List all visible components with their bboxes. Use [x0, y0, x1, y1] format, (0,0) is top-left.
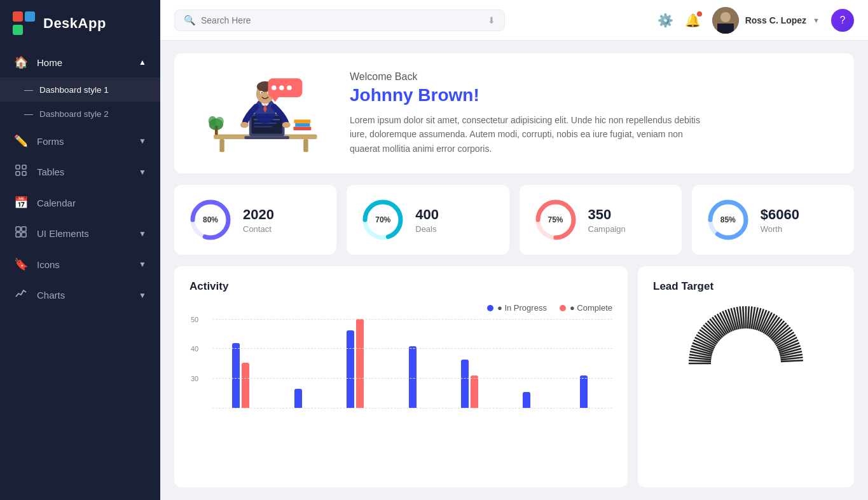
svg-rect-25 [293, 126, 311, 130]
stat-value: 400 [415, 206, 439, 223]
svg-rect-13 [219, 139, 224, 152]
sidebar-item-icons[interactable]: 🔖 Icons ▼ [0, 249, 160, 280]
sidebar-item-tables[interactable]: Tables ▼ [0, 156, 160, 187]
circular-progress-deals: 70% [361, 198, 405, 242]
notification-icon[interactable]: 🔔 [685, 13, 701, 28]
svg-rect-3 [22, 172, 26, 175]
dash-icon: — [24, 109, 33, 119]
welcome-sub: Welcome Back [350, 71, 831, 83]
chevron-down-icon: ▼ [139, 229, 146, 238]
pct-label: 85% [720, 215, 736, 224]
svg-point-40 [272, 85, 276, 90]
logo-icon [13, 11, 37, 36]
circular-progress-worth: 85% [706, 198, 750, 242]
svg-line-53 [689, 360, 711, 361]
svg-rect-27 [294, 119, 310, 123]
circular-progress-contact: 80% [188, 198, 233, 242]
sidebar-item-calendar[interactable]: 📅 Calendar [0, 187, 160, 218]
bar-chart: 50 40 30 [189, 319, 612, 408]
welcome-card: Welcome Back Johnny Brown! Lorem ipsum d… [174, 53, 854, 173]
lead-title: Lead Target [653, 280, 839, 293]
legend-complete: ● Complete [560, 303, 612, 313]
grid-label-40: 40 [191, 345, 198, 353]
svg-marker-43 [272, 97, 279, 102]
svg-point-23 [209, 116, 217, 125]
sidebar-item-dashboard2[interactable]: — Dashboard style 2 [0, 102, 160, 126]
sidebar-item-forms[interactable]: ✏️ Forms ▼ [0, 126, 160, 156]
activity-card: Activity ● In Progress ● Complete 50 [174, 266, 628, 487]
stat-card-contact: 80% 2020 Contact [174, 185, 336, 255]
sidebar-item-label: Dashboard style 1 [39, 85, 109, 95]
grid-label-30: 30 [191, 375, 198, 382]
search-bar[interactable]: 🔍 ⬇ [174, 10, 505, 31]
sidebar-item-charts[interactable]: Charts ▼ [0, 280, 160, 311]
sidebar-item-label: Home [37, 57, 130, 68]
svg-point-41 [279, 85, 284, 90]
notification-badge [697, 11, 702, 17]
stat-label: Campaign [588, 224, 626, 234]
stat-info-campaign: 350 Campaign [588, 206, 626, 234]
sidebar-item-ui-elements[interactable]: UI Elements ▼ [0, 218, 160, 249]
svg-rect-2 [16, 172, 20, 175]
logo[interactable]: DeskApp [0, 0, 160, 47]
search-input[interactable] [201, 15, 483, 25]
stat-value: 350 [588, 206, 626, 223]
svg-point-42 [287, 85, 291, 90]
svg-point-9 [720, 12, 731, 22]
legend-in-progress: ● In Progress [487, 303, 547, 313]
svg-line-81 [743, 306, 744, 328]
svg-line-83 [748, 306, 749, 328]
home-icon: 🏠 [14, 55, 28, 69]
stat-label: Deals [415, 224, 439, 234]
grid-line-50: 50 [212, 319, 612, 320]
app-name: DeskApp [43, 15, 106, 32]
legend-dot-red [560, 305, 566, 311]
svg-line-111 [781, 360, 803, 361]
sidebar-item-label: Tables [37, 166, 130, 177]
sidebar-item-label: Calendar [37, 198, 146, 208]
sidebar-item-label: UI Elements [37, 228, 130, 239]
sidebar-item-label: Forms [37, 136, 130, 147]
grid-line-30: 30 [212, 378, 612, 379]
stat-info-deals: 400 Deals [415, 206, 439, 234]
stat-card-deals: 70% 400 Deals [347, 185, 509, 255]
tables-icon [14, 165, 28, 179]
sidebar-item-label: Charts [37, 290, 130, 301]
settings-icon[interactable]: ⚙️ [658, 13, 673, 28]
activity-title: Activity [189, 280, 612, 293]
welcome-name: Johnny Brown! [350, 85, 831, 105]
chevron-down-icon: ▼ [139, 260, 146, 269]
sidebar-item-label: Icons [37, 259, 130, 270]
header: 🔍 ⬇ ⚙️ 🔔 Ross C. Lopez [160, 0, 868, 41]
sidebar: DeskApp 🏠 Home ▲ — Dashboard style 1 — D… [0, 0, 160, 500]
ui-elements-icon [14, 226, 28, 241]
welcome-illustration [197, 72, 331, 155]
dash-icon: — [24, 84, 33, 95]
sidebar-item-home[interactable]: 🏠 Home ▲ [0, 47, 160, 78]
svg-rect-0 [16, 165, 20, 169]
stat-info-contact: 2020 Contact [243, 206, 274, 234]
svg-point-35 [261, 91, 263, 93]
chevron-down-icon: ▼ [813, 17, 820, 24]
stat-label: Contact [243, 224, 274, 234]
stat-info-worth: $6060 Worth [761, 206, 799, 234]
legend-label: ● In Progress [497, 303, 547, 313]
svg-rect-20 [244, 136, 289, 139]
svg-point-24 [216, 116, 224, 126]
user-name: Ross C. Lopez [745, 15, 806, 25]
lead-card: Lead Target [638, 266, 854, 487]
pct-label: 75% [548, 215, 563, 224]
header-right: ⚙️ 🔔 Ross C. Lopez ▼ ? [658, 7, 854, 34]
grid-line-40: 40 [212, 348, 612, 349]
stat-card-campaign: 75% 350 Campaign [520, 185, 682, 255]
user-profile[interactable]: Ross C. Lopez ▼ [712, 7, 820, 34]
calendar-icon: 📅 [14, 196, 28, 210]
sidebar-item-dashboard1[interactable]: — Dashboard style 1 [0, 78, 160, 102]
stat-value: $6060 [761, 206, 799, 223]
circular-progress-campaign: 75% [534, 198, 578, 242]
svg-rect-6 [16, 233, 20, 237]
svg-rect-11 [717, 24, 734, 34]
icons-icon: 🔖 [14, 257, 28, 271]
help-icon[interactable]: ? [831, 9, 854, 32]
download-icon: ⬇ [488, 15, 495, 25]
